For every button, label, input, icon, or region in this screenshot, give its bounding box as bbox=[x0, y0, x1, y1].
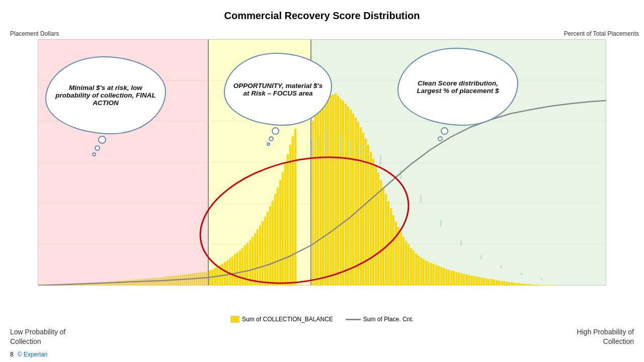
svg-rect-88 bbox=[200, 273, 201, 286]
svg-rect-103 bbox=[236, 252, 238, 286]
svg-rect-56 bbox=[135, 280, 137, 286]
svg-rect-57 bbox=[137, 280, 139, 286]
svg-rect-154 bbox=[380, 180, 382, 286]
svg-rect-78 bbox=[180, 275, 181, 286]
company-label: © Experian bbox=[18, 351, 48, 358]
svg-rect-165 bbox=[408, 244, 410, 286]
svg-rect-51 bbox=[125, 281, 127, 286]
svg-rect-115 bbox=[267, 212, 269, 286]
svg-rect-193 bbox=[478, 277, 480, 286]
svg-rect-209 bbox=[518, 283, 520, 286]
svg-rect-52 bbox=[127, 280, 129, 286]
svg-rect-86 bbox=[196, 273, 197, 286]
svg-rect-223 bbox=[553, 285, 555, 286]
svg-rect-172 bbox=[425, 260, 427, 286]
svg-rect-111 bbox=[257, 229, 259, 286]
svg-rect-170 bbox=[420, 257, 422, 286]
svg-rect-212 bbox=[526, 284, 528, 286]
svg-rect-169 bbox=[418, 255, 420, 286]
svg-rect-123 bbox=[287, 154, 289, 286]
svg-rect-240 bbox=[480, 255, 482, 259]
svg-rect-218 bbox=[541, 285, 543, 286]
svg-rect-177 bbox=[438, 266, 440, 286]
svg-rect-201 bbox=[498, 281, 500, 286]
svg-rect-176 bbox=[435, 265, 437, 286]
svg-rect-134 bbox=[330, 96, 332, 286]
svg-rect-210 bbox=[521, 284, 523, 286]
svg-rect-186 bbox=[460, 273, 462, 286]
page: Commercial Recovery Score Distribution P… bbox=[0, 0, 644, 362]
svg-rect-222 bbox=[551, 285, 553, 286]
svg-rect-46 bbox=[115, 281, 117, 286]
svg-rect-233 bbox=[350, 140, 351, 155]
svg-rect-189 bbox=[468, 275, 470, 286]
svg-rect-200 bbox=[496, 280, 498, 286]
svg-rect-239 bbox=[460, 240, 462, 245]
svg-rect-237 bbox=[420, 195, 422, 203]
svg-rect-163 bbox=[403, 237, 405, 286]
svg-rect-60 bbox=[143, 279, 145, 286]
legend-line-item: Sum of Place. Cnt. bbox=[346, 316, 414, 323]
svg-rect-120 bbox=[279, 180, 281, 286]
svg-rect-139 bbox=[342, 101, 344, 286]
svg-rect-101 bbox=[231, 256, 233, 286]
svg-rect-162 bbox=[400, 232, 402, 286]
svg-rect-119 bbox=[277, 188, 279, 286]
svg-rect-117 bbox=[272, 201, 274, 286]
svg-rect-143 bbox=[352, 114, 354, 286]
svg-rect-132 bbox=[325, 100, 327, 286]
svg-rect-66 bbox=[155, 278, 157, 286]
svg-rect-168 bbox=[415, 253, 417, 286]
svg-rect-91 bbox=[206, 272, 207, 286]
cloud-tail-left-3 bbox=[92, 152, 96, 156]
chart-title: Commercial Recovery Score Distribution bbox=[10, 10, 634, 22]
footer: 8 © Experian bbox=[10, 351, 47, 358]
svg-rect-190 bbox=[470, 276, 472, 286]
svg-rect-109 bbox=[252, 237, 254, 286]
svg-rect-76 bbox=[176, 276, 177, 286]
svg-rect-207 bbox=[513, 283, 515, 286]
legend: Sum of COLLECTION_BALANCE Sum of Place. … bbox=[230, 316, 414, 323]
svg-rect-221 bbox=[548, 285, 550, 286]
svg-rect-54 bbox=[131, 280, 133, 286]
cloud-tail-left-2 bbox=[95, 145, 100, 151]
svg-rect-98 bbox=[224, 262, 226, 286]
svg-rect-130 bbox=[319, 106, 321, 286]
svg-rect-112 bbox=[259, 225, 261, 286]
svg-rect-155 bbox=[382, 187, 384, 286]
svg-rect-108 bbox=[249, 240, 251, 286]
svg-rect-159 bbox=[392, 215, 394, 286]
svg-rect-55 bbox=[133, 280, 135, 286]
cloud-tail-right-2 bbox=[438, 136, 443, 141]
svg-rect-67 bbox=[157, 278, 159, 286]
bottom-label-right: High Probability of Collection bbox=[577, 327, 634, 347]
svg-rect-236 bbox=[400, 170, 401, 179]
svg-rect-153 bbox=[377, 172, 379, 286]
svg-rect-133 bbox=[327, 99, 329, 286]
svg-rect-197 bbox=[488, 279, 490, 286]
svg-rect-243 bbox=[541, 278, 542, 280]
svg-rect-213 bbox=[528, 284, 530, 286]
svg-rect-161 bbox=[397, 227, 399, 286]
svg-rect-199 bbox=[493, 280, 495, 286]
svg-rect-59 bbox=[141, 279, 143, 286]
svg-rect-113 bbox=[262, 221, 264, 286]
svg-rect-216 bbox=[536, 285, 538, 286]
svg-rect-49 bbox=[121, 281, 123, 286]
svg-rect-89 bbox=[202, 272, 203, 286]
svg-rect-141 bbox=[347, 107, 349, 286]
svg-rect-148 bbox=[365, 139, 367, 286]
svg-rect-64 bbox=[151, 278, 153, 286]
svg-rect-126 bbox=[294, 129, 296, 286]
svg-rect-203 bbox=[503, 281, 505, 286]
svg-rect-204 bbox=[506, 282, 508, 286]
svg-rect-206 bbox=[511, 282, 513, 286]
svg-rect-232 bbox=[340, 135, 341, 155]
svg-rect-100 bbox=[229, 258, 231, 286]
svg-rect-50 bbox=[123, 281, 125, 286]
svg-rect-140 bbox=[345, 104, 347, 286]
svg-rect-235 bbox=[380, 155, 381, 165]
svg-rect-62 bbox=[147, 279, 149, 286]
legend-line-label: Sum of Place. Cnt. bbox=[363, 316, 414, 323]
legend-line-color bbox=[346, 319, 361, 320]
